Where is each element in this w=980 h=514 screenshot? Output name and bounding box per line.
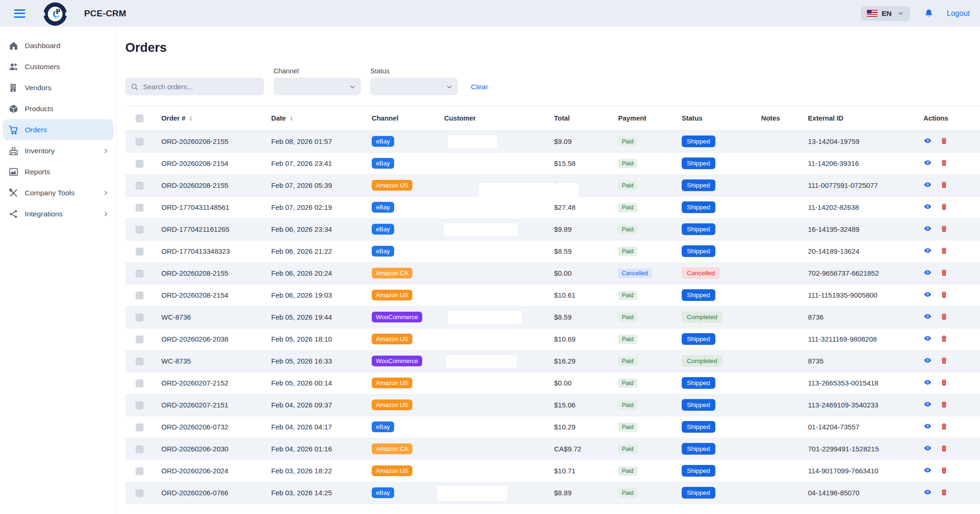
table-row: ORD-20260206-0732Feb 04, 2026 04:17eBay$… — [125, 416, 980, 438]
row-checkbox[interactable] — [136, 292, 144, 300]
sidebar-item-customers[interactable]: Customers — [3, 56, 114, 77]
delete-order-button[interactable] — [940, 488, 948, 496]
status-badge: Shipped — [682, 245, 715, 257]
sidebar-item-inventory[interactable]: Inventory — [3, 140, 114, 161]
view-order-button[interactable] — [923, 136, 932, 145]
delete-order-button[interactable] — [940, 159, 948, 167]
table-row: ORD-20260208-2155Feb 07, 2026 05:39Amazo… — [125, 174, 980, 196]
select-all-checkbox[interactable] — [136, 114, 144, 122]
delete-order-button[interactable] — [940, 203, 948, 211]
filters-bar: Channel Status Clear — [125, 67, 980, 95]
view-order-button[interactable] — [923, 246, 932, 255]
row-checkbox[interactable] — [136, 467, 144, 475]
customer-cell — [444, 306, 554, 328]
view-order-button[interactable] — [923, 488, 932, 496]
row-checkbox[interactable] — [136, 489, 144, 497]
total-cell: $8.59 — [554, 306, 618, 328]
view-order-button[interactable] — [923, 378, 932, 386]
notes-cell — [761, 328, 808, 350]
sidebar-item-company-tools[interactable]: Company Tools — [3, 182, 114, 203]
row-checkbox[interactable] — [136, 182, 144, 190]
delete-order-button[interactable] — [940, 444, 948, 452]
sidebar-item-dashboard[interactable]: Dashboard — [3, 35, 114, 56]
view-order-button[interactable] — [923, 466, 932, 474]
view-order-button[interactable] — [923, 158, 932, 167]
language-selector[interactable]: EN — [861, 6, 910, 21]
trash-icon — [940, 422, 948, 430]
sidebar-item-orders[interactable]: Orders — [3, 119, 114, 140]
row-checkbox[interactable] — [136, 445, 144, 453]
column-header-date[interactable]: Date — [271, 114, 286, 122]
sidebar-item-reports[interactable]: Reports — [3, 161, 114, 182]
row-checkbox[interactable] — [136, 138, 144, 146]
payment-badge: Paid — [618, 225, 637, 234]
view-order-button[interactable] — [923, 180, 932, 189]
column-header-customer: Customer — [444, 114, 476, 122]
row-checkbox[interactable] — [136, 270, 144, 278]
row-checkbox[interactable] — [136, 379, 144, 387]
delete-order-button[interactable] — [940, 313, 948, 321]
status-badge: Shipped — [682, 377, 715, 389]
row-checkbox[interactable] — [136, 160, 144, 168]
trash-icon — [940, 269, 948, 277]
delete-order-button[interactable] — [940, 400, 948, 408]
sort-toggle-icon[interactable]: ▲▼ — [189, 116, 193, 121]
view-order-button[interactable] — [923, 334, 932, 343]
column-header-status: Status — [682, 114, 702, 122]
delete-order-button[interactable] — [940, 357, 948, 364]
table-row: ORD-20260208-2154Feb 07, 2026 23:41eBay$… — [125, 152, 980, 174]
payment-badge: Paid — [618, 181, 637, 190]
redaction-box — [479, 183, 578, 197]
row-checkbox[interactable] — [136, 226, 144, 234]
view-order-button[interactable] — [923, 290, 932, 299]
view-order-button[interactable] — [923, 202, 932, 211]
delete-order-button[interactable] — [940, 269, 948, 277]
status-filter-select[interactable] — [370, 78, 458, 95]
view-order-button[interactable] — [923, 224, 932, 233]
delete-order-button[interactable] — [940, 335, 948, 343]
order-date-cell: Feb 04, 2026 04:17 — [271, 416, 372, 438]
external-id-cell: 8736 — [808, 306, 923, 328]
row-checkbox[interactable] — [136, 314, 144, 321]
view-order-button[interactable] — [923, 422, 932, 430]
delete-order-button[interactable] — [940, 137, 948, 145]
notifications-button[interactable] — [924, 8, 934, 18]
view-order-button[interactable] — [923, 400, 932, 408]
view-order-button[interactable] — [923, 312, 932, 321]
sidebar-item-products[interactable]: Products — [3, 98, 114, 119]
delete-order-button[interactable] — [940, 422, 948, 430]
delete-order-button[interactable] — [940, 247, 948, 255]
view-order-button[interactable] — [923, 268, 932, 277]
search-input[interactable] — [125, 78, 264, 95]
view-order-button[interactable] — [923, 444, 932, 452]
delete-order-button[interactable] — [940, 466, 948, 474]
clear-filters-link[interactable]: Clear — [471, 83, 488, 91]
delete-order-button[interactable] — [940, 181, 948, 189]
logout-link[interactable]: Logout — [947, 9, 970, 18]
delete-order-button[interactable] — [940, 225, 948, 233]
delete-order-button[interactable] — [940, 378, 948, 386]
column-header-actions: Actions — [923, 114, 948, 122]
order-date-cell: Feb 06, 2026 19:03 — [271, 284, 372, 306]
channel-filter-select[interactable] — [274, 78, 361, 95]
delete-order-button[interactable] — [940, 291, 948, 299]
table-row: ORD-20260208-2154Feb 06, 2026 19:03Amazo… — [125, 284, 980, 306]
notes-cell — [761, 482, 808, 504]
sidebar-item-integrations[interactable]: Integrations — [3, 203, 114, 224]
channel-badge: eBay — [372, 224, 394, 235]
row-checkbox[interactable] — [136, 248, 144, 256]
row-checkbox[interactable] — [136, 357, 144, 365]
eye-icon — [923, 136, 932, 145]
row-checkbox[interactable] — [136, 401, 144, 409]
row-checkbox[interactable] — [136, 423, 144, 431]
row-checkbox[interactable] — [136, 336, 144, 343]
payment-badge: Paid — [618, 291, 637, 300]
menu-toggle-button[interactable] — [14, 9, 25, 18]
column-header-order_no[interactable]: Order # — [161, 114, 186, 122]
row-checkbox[interactable] — [136, 204, 144, 212]
sort-toggle-icon[interactable]: ▲▼ — [289, 116, 293, 121]
order-date-cell: Feb 03, 2026 14:25 — [271, 482, 372, 504]
total-cell: CA$9.72 — [554, 438, 618, 460]
sidebar-item-vendors[interactable]: Vendors — [3, 77, 114, 98]
view-order-button[interactable] — [923, 356, 932, 364]
